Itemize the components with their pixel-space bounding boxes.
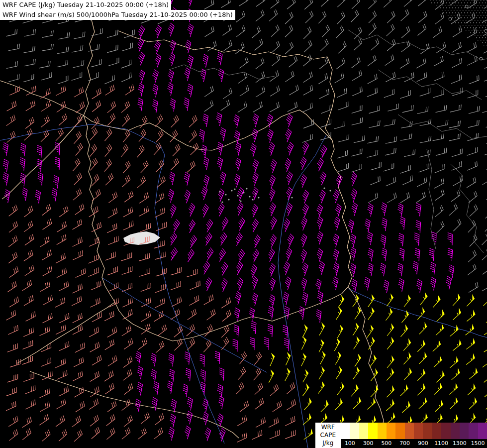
legend-swatch xyxy=(451,423,460,439)
title-wind-shear: WRF Wind shear (m/s) 500/1000hPa Tuesday… xyxy=(0,10,235,20)
legend-colorbar xyxy=(341,423,487,439)
legend-swatch xyxy=(478,423,487,439)
title-cape: WRF CAPE (J/kg) Tuesday 21-10-2025 00:00… xyxy=(0,0,171,10)
legend-swatch xyxy=(423,423,432,439)
legend-tick-label: 1100 xyxy=(434,440,448,447)
map-titles: WRF CAPE (J/kg) Tuesday 21-10-2025 00:00… xyxy=(0,0,235,20)
legend-tick-label: 1500 xyxy=(471,440,485,447)
legend-tick-label: 1300 xyxy=(453,440,467,447)
legend-swatch xyxy=(341,423,350,439)
legend-tick-label: 300 xyxy=(363,440,374,447)
legend-bar-wrap: 100300500700900110013001500 xyxy=(341,423,487,448)
legend-swatch xyxy=(405,423,414,439)
legend-tick-label: 100 xyxy=(345,440,355,447)
legend-swatch xyxy=(350,423,359,439)
legend-model-label: WRF xyxy=(320,423,336,431)
legend-ticks: 100300500700900110013001500 xyxy=(341,439,487,448)
legend-swatch xyxy=(368,423,377,439)
legend-swatch xyxy=(432,423,441,439)
weather-map-canvas xyxy=(0,0,487,448)
legend-swatch xyxy=(378,423,387,439)
weather-map-stage: WRF CAPE (J/kg) Tuesday 21-10-2025 00:00… xyxy=(0,0,487,448)
legend-tick-label: 900 xyxy=(418,440,428,447)
legend-swatch xyxy=(387,423,395,439)
legend-tick-label: 700 xyxy=(399,440,410,447)
legend-unit-label: J/kg xyxy=(320,439,336,447)
legend-swatch xyxy=(469,423,478,439)
legend-swatch xyxy=(359,423,368,439)
legend-swatch xyxy=(441,423,450,439)
legend-swatch xyxy=(460,423,469,439)
legend-swatch xyxy=(414,423,423,439)
cape-legend: WRF CAPE J/kg 10030050070090011001300150… xyxy=(315,423,487,448)
legend-labels: WRF CAPE J/kg xyxy=(315,423,341,448)
legend-swatch xyxy=(395,423,404,439)
legend-param-label: CAPE xyxy=(320,431,336,439)
legend-tick-label: 500 xyxy=(381,440,391,447)
